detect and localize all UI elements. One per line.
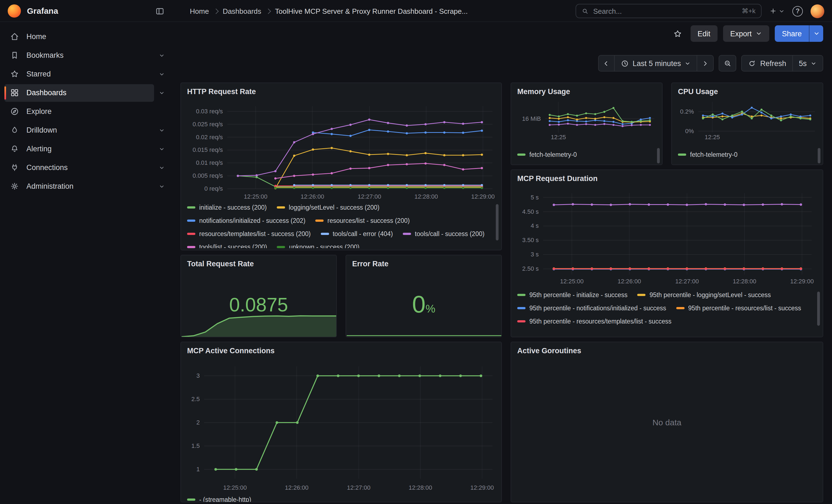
- legend-item[interactable]: notifications/initialized - success (202…: [187, 216, 305, 225]
- panel-title[interactable]: Memory Usage: [517, 87, 570, 96]
- legend-label: initialize - success (200): [199, 204, 267, 211]
- sidebar-item-alerting[interactable]: Alerting: [4, 140, 154, 158]
- section-expand-button[interactable]: [154, 179, 170, 194]
- sidebar-item-home[interactable]: Home: [4, 28, 170, 45]
- mcp-request-duration-chart[interactable]: 2.50 s3 s3.50 s4 s4.50 s5 s12:25:0012:26…: [516, 189, 818, 286]
- legend-scrollbar[interactable]: [818, 148, 821, 163]
- cpu-usage-chart[interactable]: 0.2%0%12:25: [675, 99, 820, 141]
- svg-text:12:26:00: 12:26:00: [617, 278, 641, 285]
- svg-text:0.005 req/s: 0.005 req/s: [192, 172, 223, 179]
- http-legend: initialize - success (200)logging/setLev…: [187, 203, 487, 248]
- clock-icon: [620, 59, 629, 68]
- legend-scrollbar[interactable]: [657, 148, 660, 163]
- sidebar-item-explore[interactable]: Explore: [4, 103, 170, 120]
- refresh-interval-label: 5s: [799, 59, 807, 68]
- sidebar-item-drilldown[interactable]: Drilldown: [4, 121, 154, 139]
- http-request-rate-chart[interactable]: 0 req/s0.005 req/s0.01 req/s0.015 req/s0…: [185, 102, 498, 201]
- search-box[interactable]: ⌘+k: [576, 4, 761, 18]
- chevron-down-icon: [813, 30, 820, 37]
- share-button[interactable]: Share: [775, 25, 809, 42]
- dock-menu-icon[interactable]: [154, 5, 166, 17]
- panel-title[interactable]: Total Request Rate: [187, 260, 254, 268]
- legend-item[interactable]: 95th percentile - resources/list - succe…: [676, 304, 801, 313]
- share-menu-button[interactable]: [809, 25, 823, 42]
- refresh-button[interactable]: Refresh: [742, 55, 793, 72]
- panel-title[interactable]: CPU Usage: [678, 87, 718, 96]
- legend-item[interactable]: tools/list - success (200): [187, 243, 267, 248]
- time-back-button[interactable]: [598, 55, 614, 72]
- section-expand-button[interactable]: [154, 123, 170, 138]
- legend-item[interactable]: 95th percentile - logging/setLevel - suc…: [638, 291, 771, 299]
- panel-title[interactable]: Error Rate: [352, 260, 389, 268]
- svg-text:0.03 req/s: 0.03 req/s: [196, 108, 223, 115]
- chevron-down-icon: [810, 60, 816, 66]
- legend-item[interactable]: 95th percentile - notifications/initiali…: [517, 304, 666, 313]
- topnav-actions: ⌘+k ?: [576, 0, 824, 22]
- section-expand-button[interactable]: [154, 48, 170, 63]
- breadcrumb-home[interactable]: Home: [190, 7, 209, 15]
- sidebar-item-dashboards[interactable]: Dashboards: [4, 84, 154, 102]
- chevron-down-icon: [158, 89, 166, 97]
- svg-text:2.5: 2.5: [191, 396, 200, 402]
- legend-item[interactable]: tools/call - success (200): [403, 230, 485, 238]
- time-range-picker[interactable]: Last 5 minutes: [614, 55, 698, 72]
- export-button[interactable]: Export: [723, 25, 769, 42]
- section-expand-button[interactable]: [154, 141, 170, 157]
- legend-scrollbar[interactable]: [817, 292, 820, 326]
- sidebar-item-starred[interactable]: Starred: [4, 65, 154, 83]
- svg-text:12:29:00: 12:29:00: [790, 278, 814, 285]
- avatar[interactable]: [810, 4, 824, 18]
- legend-item[interactable]: logging/setLevel - success (200): [277, 203, 380, 212]
- legend-item[interactable]: 95th percentile - resources/templates/li…: [517, 317, 671, 326]
- sidebar-item-label: Alerting: [26, 145, 52, 153]
- svg-text:1: 1: [197, 466, 200, 473]
- panel-title[interactable]: Active Goroutines: [517, 347, 581, 355]
- breadcrumb-dashboards[interactable]: Dashboards: [223, 7, 261, 15]
- legend-item[interactable]: fetch-telemetry-0: [517, 150, 577, 159]
- chevron-down-icon: [158, 126, 166, 134]
- sidebar-item-connections[interactable]: Connections: [4, 159, 154, 176]
- legend-scrollbar[interactable]: [496, 204, 498, 240]
- sidebar-item-label: Dashboards: [26, 88, 67, 97]
- section-expand-button[interactable]: [154, 85, 170, 100]
- legend-swatch: [320, 233, 329, 235]
- new-button[interactable]: [769, 7, 785, 15]
- panel-title[interactable]: HTTP Request Rate: [187, 87, 256, 96]
- sidebar-row: Explore: [4, 102, 170, 121]
- legend-item[interactable]: unknown - success (200): [277, 243, 360, 248]
- legend-item[interactable]: resources/templates/list - success (200): [187, 230, 311, 238]
- sidebar-row: Starred: [4, 65, 170, 83]
- connections-legend: - (streamable-http): [187, 495, 418, 502]
- section-expand-button[interactable]: [154, 160, 170, 175]
- help-button[interactable]: ?: [792, 6, 803, 16]
- legend-item[interactable]: tools/call - error (404): [320, 230, 393, 238]
- refresh-interval-picker[interactable]: 5s: [792, 55, 823, 72]
- legend-swatch: [676, 307, 684, 309]
- panel-title[interactable]: MCP Active Connections: [187, 347, 275, 355]
- svg-text:12:27:00: 12:27:00: [675, 278, 699, 285]
- memory-usage-chart[interactable]: 16 MiB12:25: [515, 99, 659, 141]
- panel-title[interactable]: MCP Request Duration: [517, 175, 598, 183]
- svg-text:3.50 s: 3.50 s: [522, 237, 539, 243]
- search-input[interactable]: [593, 7, 737, 15]
- svg-text:12:27:00: 12:27:00: [347, 484, 371, 491]
- legend-item[interactable]: - (streamable-http): [187, 495, 251, 502]
- sidebar-item-label: Administration: [26, 182, 74, 190]
- legend-label: tools/call - success (200): [415, 231, 485, 237]
- legend-item[interactable]: fetch-telemetry-0: [678, 150, 738, 159]
- section-expand-button[interactable]: [154, 66, 170, 82]
- time-forward-button[interactable]: [698, 55, 714, 72]
- legend-item[interactable]: resources/list - success (200): [315, 216, 410, 225]
- legend-label: tools/call - error (404): [333, 231, 393, 237]
- favorite-button[interactable]: [671, 26, 685, 41]
- sidebar-item-administration[interactable]: Administration: [4, 178, 154, 195]
- legend-item[interactable]: initialize - success (200): [187, 203, 267, 212]
- sidebar-item-label: Home: [26, 32, 46, 41]
- zoom-out-button[interactable]: [719, 55, 736, 72]
- legend-label: unknown - success (200): [289, 244, 360, 248]
- mcp-active-connections-chart[interactable]: 11.522.5312:25:0012:26:0012:27:0012:28:0…: [185, 361, 498, 492]
- grafana-logo[interactable]: [8, 4, 21, 17]
- legend-item[interactable]: 95th percentile - initialize - success: [517, 291, 628, 299]
- sidebar-item-bookmarks[interactable]: Bookmarks: [4, 47, 154, 64]
- edit-button[interactable]: Edit: [690, 25, 718, 42]
